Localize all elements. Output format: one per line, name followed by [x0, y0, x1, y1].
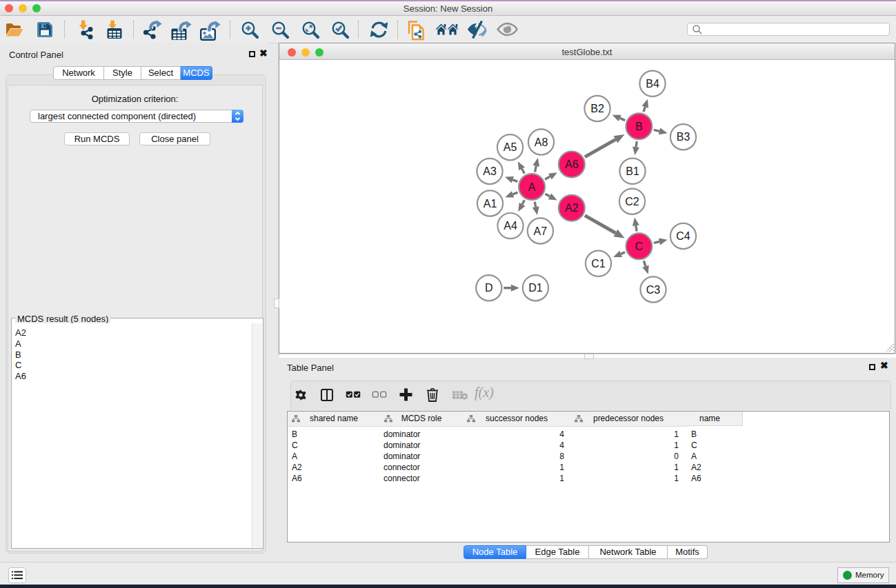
- svg-text:A5: A5: [504, 141, 517, 153]
- svg-text:B2: B2: [590, 103, 604, 114]
- svg-text:A7: A7: [534, 225, 548, 237]
- svg-text:D: D: [485, 282, 493, 294]
- svg-text:B: B: [635, 121, 643, 132]
- svg-text:D1: D1: [528, 282, 543, 294]
- svg-text:B4: B4: [646, 78, 659, 90]
- svg-text:A4: A4: [504, 220, 517, 232]
- svg-text:A1: A1: [484, 198, 497, 210]
- svg-text:C2: C2: [625, 196, 639, 207]
- svg-text:C4: C4: [676, 230, 690, 242]
- svg-text:A: A: [528, 181, 536, 193]
- svg-text:C1: C1: [591, 258, 606, 270]
- svg-text:C: C: [635, 241, 644, 252]
- svg-text:A8: A8: [535, 136, 548, 148]
- svg-text:B3: B3: [677, 131, 690, 143]
- svg-text:A3: A3: [483, 165, 497, 177]
- svg-text:C3: C3: [646, 284, 661, 296]
- svg-text:A6: A6: [565, 159, 579, 170]
- svg-text:B1: B1: [626, 165, 639, 177]
- svg-text:A2: A2: [565, 202, 579, 214]
